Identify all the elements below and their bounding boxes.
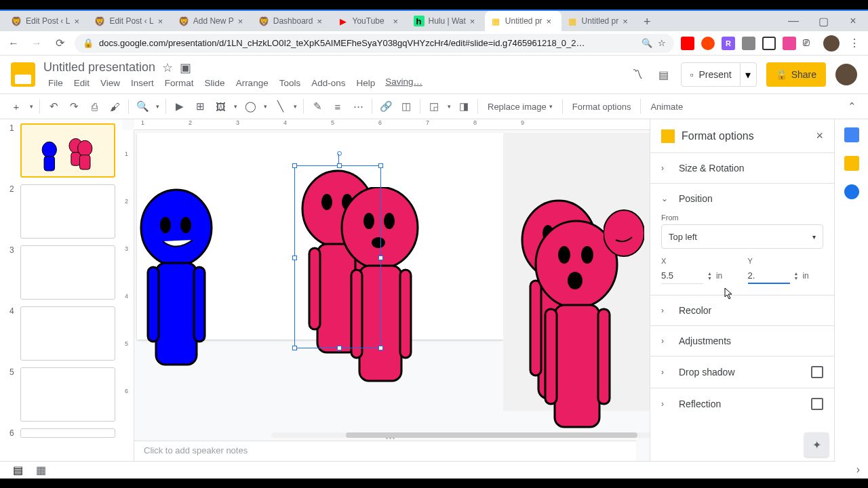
menu-edit[interactable]: Edit [69, 77, 94, 89]
checkbox[interactable] [811, 366, 823, 378]
share-button[interactable]: 🔒Share [766, 62, 826, 87]
zoom-icon[interactable]: 🔍 [642, 38, 652, 48]
section-reflection[interactable]: ›Reflection [650, 388, 834, 420]
collapse-toolbar-button[interactable]: ⌃ [842, 97, 861, 116]
section-recolor[interactable]: ›Recolor [650, 296, 834, 325]
saving-status[interactable]: Saving… [385, 77, 422, 89]
menu-help[interactable]: Help [351, 77, 380, 89]
browser-tab[interactable]: 🦁Dashboard× [253, 11, 332, 31]
browser-tab[interactable]: 🦁Edit Post ‹ L× [89, 11, 172, 31]
chevron-down-icon[interactable]: ▾ [445, 103, 453, 110]
image-blue-character[interactable] [136, 187, 217, 377]
close-icon[interactable]: × [470, 16, 479, 26]
from-select[interactable]: Top left▾ [661, 224, 823, 249]
browser-tab[interactable]: 🦁Edit Post ‹ L× [5, 11, 89, 31]
print-button[interactable]: ⎙ [85, 97, 104, 116]
slide-thumb[interactable] [20, 428, 115, 438]
browser-tab[interactable]: hHulu | Wat× [408, 11, 485, 31]
minimize-button[interactable]: — [778, 11, 808, 31]
format-options-button[interactable]: Format options [567, 102, 637, 112]
border-weight-button[interactable]: ≡ [328, 97, 347, 116]
menu-slide[interactable]: Slide [200, 77, 230, 89]
spinner[interactable]: ▲▼ [794, 271, 799, 281]
mask-button[interactable]: ◨ [454, 97, 473, 116]
crop-button[interactable]: ◲ [425, 97, 443, 116]
close-icon[interactable]: × [623, 16, 632, 26]
paint-format-button[interactable]: 🖌 [105, 97, 124, 116]
section-adjustments[interactable]: ›Adjustments [650, 326, 834, 356]
resize-handle[interactable] [378, 163, 383, 168]
ext-icon[interactable] [762, 37, 776, 50]
textbox-tool[interactable]: ⊞ [191, 97, 210, 116]
browser-tab[interactable]: ▦Untitled pr× [561, 11, 638, 31]
new-slide-button[interactable]: + [7, 97, 26, 116]
menu-file[interactable]: File [43, 77, 68, 89]
slide-thumb[interactable] [20, 245, 115, 300]
star-icon[interactable]: ☆ [658, 38, 666, 48]
browser-tab[interactable]: 🦁Add New P× [173, 11, 253, 31]
slide-thumb[interactable] [20, 184, 115, 239]
browser-tab-active[interactable]: ▦Untitled pr× [485, 11, 561, 31]
present-dropdown[interactable]: ▾ [741, 62, 757, 87]
resize-handle[interactable] [292, 256, 297, 260]
activity-icon[interactable]: 〽 [629, 66, 646, 83]
tasks-icon[interactable] [844, 184, 859, 199]
menu-button[interactable]: ⋮ [846, 35, 863, 52]
chevron-down-icon[interactable]: ▾ [153, 103, 161, 110]
close-window-button[interactable]: × [838, 11, 868, 31]
cast-icon[interactable]: ⎚ [803, 37, 816, 50]
close-icon[interactable]: × [393, 16, 403, 26]
undo-button[interactable]: ↶ [44, 97, 63, 116]
resize-handle[interactable] [337, 163, 342, 168]
y-input[interactable] [748, 268, 790, 284]
close-icon[interactable]: × [547, 16, 556, 26]
resize-handle[interactable] [292, 346, 297, 350]
close-icon[interactable]: × [816, 129, 823, 143]
grid-view-button[interactable]: ▦ [34, 464, 47, 477]
zoom-button[interactable]: 🔍 [133, 97, 152, 116]
resize-handle[interactable] [337, 346, 342, 350]
chevron-down-icon[interactable]: ▾ [261, 103, 269, 110]
close-icon[interactable]: × [158, 16, 167, 26]
url-input[interactable]: 🔒 docs.google.com/presentation/d/1LN_cHz… [75, 34, 674, 53]
star-icon[interactable]: ☆ [162, 60, 173, 75]
resize-handle[interactable] [378, 346, 383, 350]
close-icon[interactable]: × [317, 16, 327, 26]
section-drop-shadow[interactable]: ›Drop shadow [650, 357, 834, 388]
comment-button[interactable]: ◫ [397, 97, 416, 116]
forward-button[interactable]: → [28, 35, 45, 52]
browser-tab[interactable]: ▶YouTube× [332, 11, 408, 31]
section-position[interactable]: ⌄Position [650, 184, 834, 214]
back-button[interactable]: ← [5, 35, 22, 52]
speaker-notes[interactable]: Click to add speaker notes [134, 441, 636, 461]
calendar-icon[interactable] [844, 127, 859, 142]
document-title[interactable]: Untitled presentation [43, 60, 155, 75]
replace-image-button[interactable]: Replace image▾ [482, 102, 558, 112]
image-pink-character[interactable] [604, 206, 644, 342]
section-size-rotation[interactable]: ›Size & Rotation [650, 153, 834, 183]
reload-button[interactable]: ⟳ [52, 35, 68, 52]
ext-icon[interactable] [701, 37, 715, 50]
slide-thumb[interactable] [20, 123, 115, 178]
border-dash-button[interactable]: ⋯ [349, 97, 368, 116]
chevron-down-icon[interactable]: ▾ [27, 103, 35, 110]
close-icon[interactable]: × [74, 16, 83, 26]
border-color-button[interactable]: ✎ [308, 97, 327, 116]
shape-tool[interactable]: ◯ [241, 97, 260, 116]
menu-arrange[interactable]: Arrange [231, 77, 273, 89]
menu-view[interactable]: View [96, 77, 125, 89]
link-button[interactable]: 🔗 [376, 97, 395, 116]
checkbox[interactable] [811, 398, 823, 410]
menu-insert[interactable]: Insert [126, 77, 159, 89]
keep-icon[interactable] [844, 156, 859, 171]
chevron-down-icon[interactable]: ▾ [291, 103, 299, 110]
filmstrip-view-button[interactable]: ▤ [11, 464, 24, 477]
comment-icon[interactable]: ▤ [655, 66, 671, 83]
new-tab-button[interactable]: + [637, 12, 656, 31]
explore-button[interactable]: ✦ [804, 432, 829, 457]
menu-addons[interactable]: Add-ons [307, 77, 350, 89]
profile-avatar[interactable] [823, 35, 840, 52]
ext-icon[interactable]: R [722, 37, 735, 50]
maximize-button[interactable]: ▢ [808, 11, 838, 31]
menu-tools[interactable]: Tools [275, 77, 306, 89]
